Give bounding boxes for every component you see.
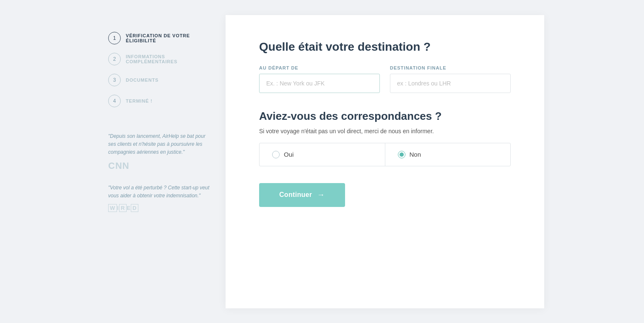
correspondances-radio-group: Oui Non bbox=[259, 143, 511, 166]
wired-testimonial: "Votre vol a été perturbé ? Cette start-… bbox=[108, 184, 213, 212]
cnn-logo: CNN bbox=[108, 160, 213, 171]
destination-section-title: Quelle était votre destination ? bbox=[259, 40, 511, 54]
wired-r: R bbox=[119, 204, 127, 212]
correspondances-description: Si votre voyage n'était pas un vol direc… bbox=[259, 128, 511, 134]
option-oui[interactable]: Oui bbox=[260, 143, 385, 166]
radio-oui-label: Oui bbox=[284, 151, 293, 158]
sidebar: 1 Vérification de votre éligibilité 2 In… bbox=[100, 15, 226, 308]
arrow-right-icon: → bbox=[317, 191, 325, 199]
step-1-circle: 1 bbox=[108, 32, 121, 44]
step-3[interactable]: 3 Documents bbox=[108, 74, 213, 86]
step-1-label: Vérification de votre éligibilité bbox=[126, 33, 213, 43]
step-3-circle: 3 bbox=[108, 74, 121, 86]
radio-oui-circle bbox=[272, 151, 280, 158]
departure-input[interactable] bbox=[259, 74, 380, 93]
step-list: 1 Vérification de votre éligibilité 2 In… bbox=[108, 32, 213, 116]
main-form: Quelle était votre destination ? Au dépa… bbox=[226, 15, 544, 308]
continue-button-label: Continuer bbox=[279, 191, 312, 199]
option-non[interactable]: Non bbox=[385, 143, 511, 166]
step-2[interactable]: 2 Informations complémentaires bbox=[108, 53, 213, 65]
step-4[interactable]: 4 Terminé ! bbox=[108, 95, 213, 107]
destination-field-group: Destination finale bbox=[390, 65, 511, 93]
destination-input[interactable] bbox=[390, 74, 511, 93]
destination-label: Destination finale bbox=[390, 65, 511, 70]
radio-non-circle bbox=[398, 151, 405, 158]
wired-testimonial-text: "Votre vol a été perturbé ? Cette start-… bbox=[108, 184, 213, 200]
radio-non-label: Non bbox=[410, 151, 421, 158]
departure-field-group: Au départ de bbox=[259, 65, 380, 93]
step-2-label: Informations complémentaires bbox=[126, 54, 213, 64]
step-4-label: Terminé ! bbox=[126, 98, 152, 103]
cnn-testimonial: "Depuis son lancement, AirHelp se bat po… bbox=[108, 132, 213, 172]
departure-label: Au départ de bbox=[259, 65, 380, 70]
cnn-testimonial-text: "Depuis son lancement, AirHelp se bat po… bbox=[108, 132, 213, 157]
wired-w: W bbox=[108, 204, 117, 212]
step-4-circle: 4 bbox=[108, 95, 121, 107]
continue-button[interactable]: Continuer → bbox=[259, 183, 345, 207]
correspondances-section-title: Aviez-vous des correspondances ? bbox=[259, 110, 511, 123]
step-3-label: Documents bbox=[126, 78, 158, 83]
step-1[interactable]: 1 Vérification de votre éligibilité bbox=[108, 32, 213, 44]
wired-d: D bbox=[131, 204, 138, 212]
step-2-circle: 2 bbox=[108, 53, 121, 65]
wired-logo: WIRED bbox=[108, 204, 213, 212]
flight-fields: Au départ de Destination finale bbox=[259, 65, 511, 93]
wired-e: E bbox=[127, 205, 131, 211]
